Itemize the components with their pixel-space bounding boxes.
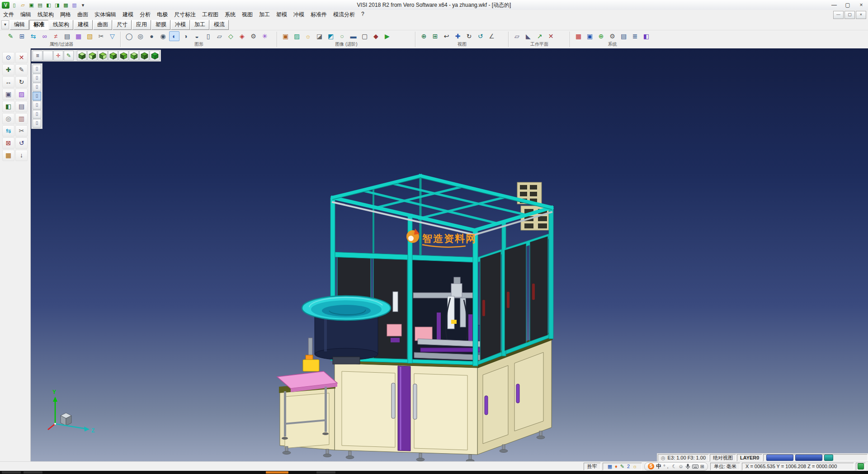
shaded-edges-mode-icon[interactable]: ◉ xyxy=(158,31,168,41)
transparent-mode-icon[interactable]: ◐ xyxy=(169,31,179,41)
doc-strip-button-5[interactable]: ▯ xyxy=(33,101,41,109)
tab-编辑[interactable]: 编辑 xyxy=(10,20,29,30)
menu-尺寸标注[interactable]: 尺寸标注 xyxy=(171,10,199,19)
tab-线架构[interactable]: 线架构 xyxy=(49,20,73,30)
zoom-extents-icon[interactable]: ⊕ xyxy=(419,31,429,41)
punctuation-mode-icon[interactable]: °， xyxy=(663,463,670,470)
hidden-line-mode-icon[interactable]: ◎ xyxy=(135,31,146,41)
menu-建模[interactable]: 建模 xyxy=(119,10,137,19)
shaded-mode-icon[interactable]: ● xyxy=(146,31,157,41)
texture-map-icon[interactable]: ▨ xyxy=(292,31,302,41)
texture-mode-icon[interactable]: ▱ xyxy=(214,31,225,41)
maximize-button[interactable]: ▢ xyxy=(841,0,854,10)
help-book-icon[interactable]: ▥ xyxy=(71,2,78,9)
view-cube-iso1-icon[interactable] xyxy=(129,51,139,61)
note-icon[interactable]: ▥ xyxy=(15,113,28,124)
menu-?[interactable]: ? xyxy=(358,10,368,19)
workplane-normal-icon[interactable]: ↗ xyxy=(534,31,545,41)
render-quality-icon[interactable]: ✳ xyxy=(259,31,270,41)
system-memory-icon[interactable]: ◧ xyxy=(641,31,651,41)
tab-加工[interactable]: 加工 xyxy=(190,20,209,30)
cylinder-icon[interactable]: ◎ xyxy=(2,113,14,124)
tab-模流[interactable]: 模流 xyxy=(210,20,229,30)
sogou-logo[interactable]: S xyxy=(648,463,654,469)
select-view-icon[interactable]: ✎ xyxy=(64,51,74,61)
pan-view-icon[interactable]: ✚ xyxy=(453,31,463,41)
selection-color-bar[interactable] xyxy=(766,455,793,461)
shaded-view-icon[interactable] xyxy=(150,51,160,61)
mdi-minimize-button[interactable]: — xyxy=(833,11,844,19)
attribute-paint-icon[interactable]: ✎ xyxy=(5,31,16,41)
viewport[interactable]: 智造资料网 Y Z ≡✛✎ ▯▯▯▯▯▯▯ xyxy=(31,48,868,462)
view-cube-right-icon[interactable] xyxy=(98,51,108,61)
advanced-materials-icon[interactable]: ▣ xyxy=(280,31,291,41)
doc-strip-button-2[interactable]: ▯ xyxy=(33,74,41,82)
previous-view-icon[interactable]: ↩ xyxy=(441,31,452,41)
filter-icon[interactable]: ▽ xyxy=(107,31,118,41)
export-icon[interactable]: ↓ xyxy=(15,150,28,161)
texture-icon[interactable]: ▦ xyxy=(2,150,14,161)
solid-icon[interactable]: ◧ xyxy=(2,101,14,112)
link-attributes-icon[interactable]: ∞ xyxy=(39,31,50,41)
draft-mode-icon[interactable]: ▯ xyxy=(203,31,213,41)
flame-icon[interactable]: ♦ xyxy=(615,463,618,470)
menu-实体编辑[interactable]: 实体编辑 xyxy=(91,10,119,19)
new-file-icon[interactable]: ▯ xyxy=(10,2,18,9)
trim-icon[interactable]: ✂ xyxy=(15,125,28,137)
rotate-icon[interactable]: ↻ xyxy=(15,76,28,88)
tabbar-dropdown-icon[interactable]: ▼ xyxy=(1,20,9,29)
menu-标准件[interactable]: 标准件 xyxy=(307,10,330,19)
undo-icon[interactable]: ↺ xyxy=(15,137,28,149)
tab-塑膜[interactable]: 塑膜 xyxy=(151,20,170,30)
hint-icon[interactable]: ☼ xyxy=(632,463,637,470)
tab-冲模[interactable]: 冲模 xyxy=(171,20,190,30)
attribute-table-icon[interactable]: ▤ xyxy=(62,31,72,41)
system-table-icon[interactable]: ▤ xyxy=(618,31,629,41)
menu-加工[interactable]: 加工 xyxy=(256,10,273,19)
sheet-icon[interactable]: ▤ xyxy=(15,101,28,112)
save-icon[interactable]: ▣ xyxy=(28,2,35,9)
reflection-icon[interactable]: ◩ xyxy=(326,31,336,41)
view-menu-icon[interactable]: ≡ xyxy=(33,51,42,61)
taskbar-item[interactable] xyxy=(316,471,335,474)
shadow-icon[interactable]: ◪ xyxy=(314,31,325,41)
tab-建模[interactable]: 建模 xyxy=(74,20,93,30)
erase-icon[interactable]: ⊠ xyxy=(2,137,14,149)
measure-angle-icon[interactable]: ∠ xyxy=(486,31,497,41)
wireframe-mode-icon[interactable]: ◯ xyxy=(124,31,134,41)
unlink-attributes-icon[interactable]: ≠ xyxy=(51,31,61,41)
shaded-model-icon[interactable]: ◧ xyxy=(45,2,52,9)
compare-icon[interactable]: ⇆ xyxy=(2,125,14,137)
layer-indicator[interactable]: LAYER0 xyxy=(737,454,762,461)
minimize-button[interactable]: — xyxy=(827,0,841,10)
snap-grid-icon[interactable]: ▦ xyxy=(608,463,612,470)
display-settings-icon[interactable]: ⚙ xyxy=(248,31,259,41)
environment-icon[interactable]: ○ xyxy=(337,31,347,41)
match-properties-icon[interactable]: ⇆ xyxy=(28,31,38,41)
attribute-copy-icon[interactable]: ⊞ xyxy=(17,31,27,41)
mdi-restore-button[interactable]: ▢ xyxy=(844,11,855,19)
view-cube-top-icon[interactable] xyxy=(77,51,87,61)
tab-尺寸[interactable]: 尺寸 xyxy=(113,20,132,30)
plugin-icon[interactable] xyxy=(858,463,864,469)
blank-view-icon[interactable] xyxy=(43,51,53,61)
workplane-icon[interactable]: ▣ xyxy=(2,89,14,100)
toolbox-icon[interactable]: ⊞ xyxy=(700,464,704,469)
camera-icon[interactable]: ▢ xyxy=(359,31,370,41)
keyboard-icon[interactable] xyxy=(692,464,698,469)
snapshot-icon[interactable]: ◆ xyxy=(371,31,381,41)
open-folder-icon[interactable]: ▱ xyxy=(19,2,27,9)
trim-attributes-icon[interactable]: ✂ xyxy=(96,31,106,41)
snap-toggle[interactable]: 拴牢 xyxy=(584,463,601,470)
pen-icon[interactable]: ✎ xyxy=(620,463,624,470)
zoom-select-icon[interactable]: ⊙ xyxy=(2,52,14,63)
moon-icon[interactable]: ☾ xyxy=(672,464,677,469)
animation-icon[interactable]: ▶ xyxy=(382,31,392,41)
menu-模流分析[interactable]: 模流分析 xyxy=(330,10,358,19)
doc-strip-button-7[interactable]: ▯ xyxy=(33,119,41,128)
mdi-close-button[interactable]: × xyxy=(856,11,866,19)
menu-编辑[interactable]: 编辑 xyxy=(17,10,34,19)
workplane-align-icon[interactable]: ◣ xyxy=(523,31,533,41)
view-cube-front-icon[interactable] xyxy=(87,51,97,61)
doc-strip-button-4[interactable]: ▯ xyxy=(33,92,41,100)
